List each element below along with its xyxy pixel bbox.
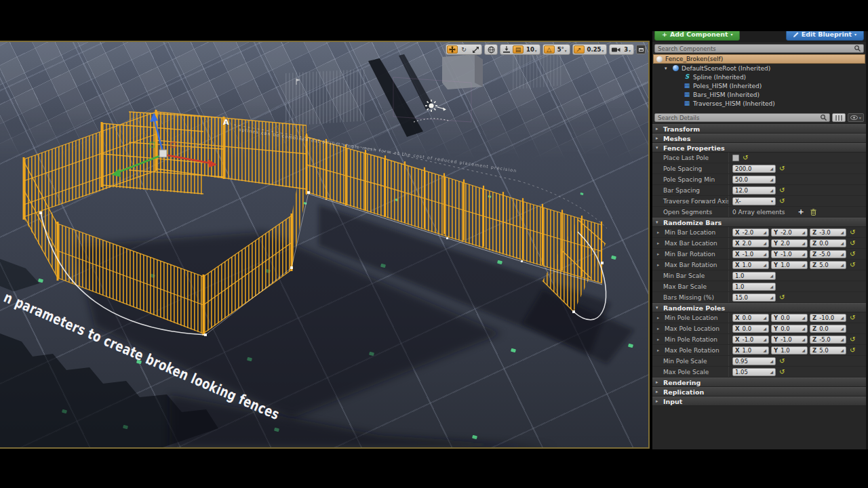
visibility-filter-button[interactable]: ▾ — [848, 113, 864, 122]
x-axis-number-field[interactable]: X-1.0◢ — [732, 336, 769, 344]
column-settings-button[interactable] — [832, 113, 846, 122]
chevron-collapsed-icon[interactable]: ▸ — [657, 315, 663, 321]
maximize-viewport-button[interactable] — [636, 45, 646, 54]
category-header-randomize-bars[interactable]: ▾Randomize Bars — [652, 218, 866, 227]
axis-letter: X — [735, 314, 740, 321]
y-axis-number-field[interactable]: Y1.0◢ — [771, 346, 808, 354]
category-header-meshes[interactable]: ▸Meshes — [652, 134, 866, 143]
category-header-input[interactable]: ▸Input — [652, 396, 866, 406]
reset-to-default-icon[interactable]: ↺ — [850, 240, 855, 247]
category-header-fence-properties[interactable]: ▾Fence Properties — [652, 143, 866, 152]
number-field[interactable]: 50.0◢ — [732, 176, 776, 184]
delete-array-button[interactable] — [810, 209, 816, 216]
reset-to-default-icon[interactable]: ↺ — [850, 229, 855, 236]
chevron-collapsed-icon[interactable]: ▸ — [657, 326, 663, 331]
reset-to-default-icon[interactable]: ↺ — [779, 187, 785, 194]
reset-to-default-icon[interactable]: ↺ — [743, 155, 748, 161]
number-field[interactable]: 0.95◢ — [732, 357, 776, 365]
number-field[interactable]: 12.0◢ — [732, 186, 776, 195]
camera-speed-button[interactable] — [610, 45, 621, 54]
dropdown[interactable]: X-▾ — [732, 197, 776, 205]
edit-blueprint-button[interactable]: Edit Blueprint ▾ — [786, 31, 864, 41]
move-tool-button[interactable] — [447, 45, 458, 54]
z-axis-number-field[interactable]: Z-10.0◢ — [810, 314, 846, 322]
add-component-button[interactable]: + Add Component ▾ — [654, 31, 740, 41]
scale-snapping-toggle[interactable]: ↗ — [574, 45, 585, 54]
z-axis-number-field[interactable]: Z-5.0◢ — [810, 336, 846, 344]
chevron-collapsed-icon[interactable]: ▸ — [657, 262, 663, 268]
rotation-snapping-toggle[interactable]: △ — [544, 45, 555, 54]
y-axis-number-field[interactable]: Y0.0◢ — [771, 314, 808, 322]
field-value: 5.0 — [819, 262, 839, 268]
chevron-collapsed-icon[interactable]: ▸ — [657, 337, 663, 342]
y-axis-number-field[interactable]: Y2.0◢ — [771, 239, 808, 247]
component-tree-item-traverses-hism[interactable]: ▦Traverses_HISM (Inherited) — [652, 99, 866, 108]
number-field[interactable]: 200.0◢ — [732, 165, 776, 173]
y-axis-number-field[interactable]: Y0.0◢ — [771, 325, 808, 333]
category-header-rendering[interactable]: ▸Rendering — [652, 378, 866, 387]
x-axis-number-field[interactable]: X1.0◢ — [732, 261, 769, 269]
number-field[interactable]: 1.05◢ — [732, 368, 776, 376]
camera-speed-value[interactable]: 3 ▾ — [622, 46, 633, 53]
y-axis-number-field[interactable]: Y1.0◢ — [771, 261, 808, 269]
axis-letter: Y — [774, 262, 778, 268]
scale-snap-value[interactable]: 0.25 ▾ — [585, 46, 606, 53]
z-axis-number-field[interactable]: Z5.0◢ — [810, 346, 846, 354]
z-axis-number-field[interactable]: Z0.0◢ — [810, 325, 846, 333]
grid-snap-value[interactable]: 10 ▾ — [524, 46, 539, 53]
viewport-3d[interactable]: A splines can be combined out of just si… — [0, 41, 650, 449]
category-header-transform[interactable]: ▸Transform — [652, 124, 866, 134]
chevron-collapsed-icon[interactable]: ▸ — [657, 241, 663, 246]
reset-to-default-icon[interactable]: ↺ — [850, 262, 855, 268]
reset-to-default-icon[interactable]: ↺ — [779, 369, 785, 375]
y-axis-number-field[interactable]: Y-2.0◢ — [771, 228, 808, 237]
y-axis-number-field[interactable]: Y-1.0◢ — [771, 336, 808, 344]
components-search-input[interactable]: Search Components — [654, 44, 864, 53]
x-axis-number-field[interactable]: X2.0◢ — [732, 239, 769, 247]
x-axis-number-field[interactable]: X0.0◢ — [732, 314, 769, 322]
property-label-text: Traverse Forward Axis — [663, 198, 728, 205]
checkbox[interactable] — [732, 155, 739, 161]
world-local-toggle-button[interactable] — [486, 45, 496, 54]
number-field[interactable]: 1.0◢ — [732, 272, 776, 280]
x-axis-number-field[interactable]: X-2.0◢ — [732, 228, 769, 237]
field-value: 0.0 — [781, 325, 800, 332]
category-header-randomize-poles[interactable]: ▾Randomize Poles — [652, 303, 866, 312]
reset-to-default-icon[interactable]: ↺ — [779, 165, 785, 172]
reset-to-default-icon[interactable]: ↺ — [779, 358, 785, 365]
component-tree-item-bars-hism[interactable]: ▦Bars_HISM (Inherited) — [652, 90, 866, 99]
chevron-collapsed-icon[interactable]: ▸ — [657, 230, 663, 235]
rotate-tool-button[interactable]: ↻ — [458, 45, 469, 54]
z-axis-number-field[interactable]: Z0.0◢ — [810, 239, 846, 247]
reset-to-default-icon[interactable]: ↺ — [850, 336, 855, 343]
number-field[interactable]: 1.0◢ — [732, 283, 776, 291]
add-array-element-button[interactable]: + — [798, 208, 804, 216]
rotation-snap-value[interactable]: 5° ▾ — [555, 46, 569, 53]
z-axis-number-field[interactable]: Z5.0◢ — [810, 261, 846, 269]
property-value: X1.0◢Y1.0◢Z5.0◢↺ — [728, 260, 866, 270]
reset-to-default-icon[interactable]: ↺ — [850, 314, 855, 321]
x-axis-number-field[interactable]: X0.0◢ — [732, 325, 769, 333]
z-axis-number-field[interactable]: Z-5.0◢ — [810, 250, 846, 258]
category-header-replication[interactable]: ▸Replication — [652, 387, 866, 396]
details-search-input[interactable]: Search Details — [654, 113, 830, 122]
component-tree-item-poles-hism[interactable]: ▦Poles_HISM (Inherited) — [652, 81, 866, 90]
grid-snapping-toggle[interactable]: ▤ — [513, 45, 524, 54]
x-axis-number-field[interactable]: X-1.0◢ — [732, 250, 769, 258]
reset-to-default-icon[interactable]: ↺ — [850, 347, 855, 354]
scale-tool-button[interactable] — [470, 45, 481, 54]
chevron-collapsed-icon[interactable]: ▸ — [657, 251, 663, 257]
chevron-collapsed-icon[interactable]: ▸ — [657, 348, 663, 353]
number-field[interactable]: 15.0◢ — [732, 293, 776, 302]
component-tree-item-defaultsceneroot[interactable]: ▾DefaultSceneRoot (Inherited) — [652, 64, 866, 73]
component-tree-item-spline[interactable]: SSpline (Inherited) — [652, 73, 866, 81]
surface-snapping-button[interactable] — [501, 45, 512, 54]
reset-to-default-icon[interactable]: ↺ — [850, 251, 855, 258]
x-axis-number-field[interactable]: X1.0◢ — [732, 346, 769, 354]
reset-to-default-icon[interactable]: ↺ — [779, 198, 785, 205]
y-axis-number-field[interactable]: Y-1.0◢ — [771, 250, 808, 258]
component-root-item[interactable]: Fence_Broken(self) — [653, 54, 865, 64]
z-axis-number-field[interactable]: Z-3.0◢ — [810, 228, 846, 237]
reset-to-default-icon[interactable]: ↺ — [779, 294, 785, 301]
property-row-max-pole-scale: Max Pole Scale1.05◢↺ — [652, 367, 866, 378]
